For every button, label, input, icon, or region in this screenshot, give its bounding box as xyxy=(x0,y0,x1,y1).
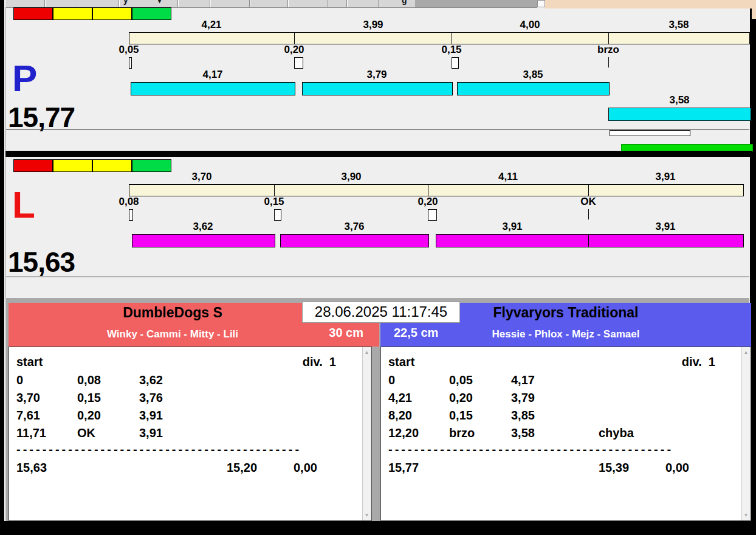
run-time-label: 3,91 xyxy=(638,221,693,232)
run-bar xyxy=(132,234,275,247)
segment-time-label: 4,00 xyxy=(503,19,557,30)
run-table-cell: 3,85 xyxy=(511,409,535,421)
toolbar-tab[interactable] xyxy=(537,0,545,7)
penalty-time-cell: 0,00 xyxy=(665,461,689,474)
segment-time-label: 3,58 xyxy=(651,19,706,30)
light-red xyxy=(13,159,53,172)
toolbar-button-divider xyxy=(210,0,210,7)
run-time-label: 3,62 xyxy=(176,221,230,232)
run-table-cell: 0 xyxy=(388,374,395,386)
lane-baseline xyxy=(6,277,749,277)
team-left-height: 30 cm xyxy=(329,326,363,340)
table-scrollbar[interactable]: ▲▼ xyxy=(362,347,371,520)
toolbar-button-divider xyxy=(249,0,250,7)
light-green xyxy=(132,159,171,172)
toolbar-button-divider xyxy=(327,0,328,7)
run-time-label: 3,85 xyxy=(506,69,560,80)
split-segment xyxy=(294,32,453,44)
box-time-label: 0,08 xyxy=(101,196,156,207)
scroll-up-icon[interactable]: ▲ xyxy=(742,350,750,355)
box-time-label: 0,20 xyxy=(400,196,455,207)
desktop-background-corner xyxy=(752,0,756,19)
toolbar-clipped-text: y xyxy=(123,0,128,7)
scroll-down-icon[interactable]: ▼ xyxy=(363,513,371,518)
light-yellow-1 xyxy=(53,7,92,20)
segment-time-label: 3,70 xyxy=(174,171,229,182)
run-time-label: 3,58 xyxy=(652,95,707,105)
toolbar-button-divider xyxy=(287,0,288,7)
table-divider-line: ----------------------------------------… xyxy=(16,443,326,455)
run-table-cell: 8,20 xyxy=(388,409,412,421)
run-bar xyxy=(131,82,295,95)
net-time-cell: 15,39 xyxy=(599,461,629,474)
lane-total-time: 15,77 xyxy=(8,103,75,131)
scroll-up-icon[interactable]: ▲ xyxy=(363,350,371,355)
table-header-start: start xyxy=(388,356,414,368)
box-time-label: brzo xyxy=(581,44,636,55)
segment-time-label: 3,99 xyxy=(346,19,400,30)
light-yellow-2 xyxy=(92,159,132,172)
box-time-label: OK xyxy=(561,196,616,207)
run-table-cell: 3,70 xyxy=(16,392,40,404)
run-table-cell: 3,91 xyxy=(139,409,163,421)
box-gap-marker xyxy=(294,57,303,69)
run-table-cell: 4,17 xyxy=(511,374,535,386)
bottom-frame xyxy=(0,521,756,535)
run-table-cell: 0,05 xyxy=(449,374,473,386)
box-gap-marker xyxy=(428,209,437,221)
split-segment xyxy=(428,184,589,196)
run-bar xyxy=(588,234,744,247)
light-green xyxy=(132,7,171,20)
run-table-cell: 11,71 xyxy=(16,427,46,439)
lane-baseline xyxy=(6,129,749,130)
split-segment xyxy=(274,184,429,196)
run-table-cell: 0,08 xyxy=(77,374,101,386)
toolbar-button-divider xyxy=(378,0,379,7)
toolbar-button-divider xyxy=(346,0,347,7)
split-segment xyxy=(608,32,750,44)
scroll-down-icon[interactable]: ▼ xyxy=(742,513,750,518)
box-gap-marker xyxy=(129,57,132,69)
toolbar-button-divider xyxy=(177,0,178,7)
app-window: y▾g 4,213,994,003,580,050,200,15brzo4,17… xyxy=(0,0,756,535)
run-table-cell: 3,79 xyxy=(511,392,535,404)
box-time-label: 0,15 xyxy=(424,44,479,55)
run-table-cell: 0,20 xyxy=(449,392,473,404)
toolbar-button-divider xyxy=(78,0,78,7)
run-table-cell: brzo xyxy=(449,427,475,439)
results-panel-left[interactable]: startdiv. 100,083,623,700,153,767,610,20… xyxy=(9,347,372,521)
run-table-cell: 3,62 xyxy=(139,374,163,386)
run-table-cell: OK xyxy=(77,427,95,439)
results-panel-right[interactable]: startdiv. 100,054,174,210,203,798,200,15… xyxy=(380,347,751,521)
desktop-background-strip xyxy=(545,0,756,9)
start-lights xyxy=(13,7,171,20)
table-header-division: div. 1 xyxy=(682,356,715,368)
start-lights xyxy=(13,159,171,172)
run-bar xyxy=(302,82,453,95)
table-scrollbar[interactable]: ▲▼ xyxy=(741,347,751,520)
run-table-cell: 4,21 xyxy=(388,392,412,404)
run-time-label: 3,91 xyxy=(485,221,540,232)
run-table-cell: 7,61 xyxy=(16,409,40,421)
segment-time-label: 3,90 xyxy=(324,171,379,182)
box-time-label: 0,20 xyxy=(267,44,321,55)
segment-time-label: 4,11 xyxy=(481,171,535,182)
run-table-cell: chyba xyxy=(599,427,634,439)
lane-letter: L xyxy=(12,186,35,224)
run-table-cell: 0,15 xyxy=(77,392,101,404)
toolbar-button-pressed[interactable] xyxy=(415,0,537,7)
split-segment xyxy=(129,32,295,44)
lane-letter: P xyxy=(12,60,37,97)
run-time-label: 3,76 xyxy=(327,221,382,232)
lane-separator-band xyxy=(5,151,752,157)
toolbar-button-divider xyxy=(44,0,45,7)
net-time-cell: 15,20 xyxy=(227,461,257,474)
table-divider-line: ----------------------------------------… xyxy=(388,443,698,455)
light-yellow-1 xyxy=(53,159,92,172)
toolbar-clipped-text: ▾ xyxy=(157,0,162,7)
total-time-cell: 15,63 xyxy=(16,461,47,474)
table-header-start: start xyxy=(16,356,43,368)
segment-time-label: 3,91 xyxy=(638,171,693,182)
box-gap-marker xyxy=(129,209,133,221)
lane-total-time: 15,63 xyxy=(8,248,75,276)
